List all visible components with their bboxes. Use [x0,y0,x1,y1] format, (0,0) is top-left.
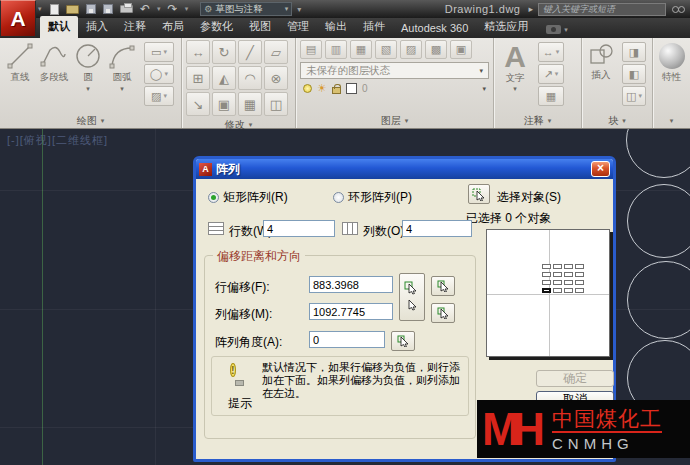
layer-tool-3[interactable]: ▦ [350,40,372,59]
block-attrib-tool[interactable]: ◧ [622,64,646,84]
media-button[interactable]: ▾ [546,25,568,38]
arc-tool[interactable]: 圆弧 ▾ [105,42,139,113]
block-edit-tool[interactable]: ◨ [622,42,646,62]
layer-state-caret-icon: ▾ [479,67,483,75]
layer-tool-4[interactable]: ▧ [375,40,397,59]
line-tool[interactable]: 直线 [3,42,37,113]
ok-button[interactable]: 确定 [536,370,614,387]
tab-annotate[interactable]: 注释 [116,16,154,38]
col-offset-input[interactable] [309,303,393,320]
layer-tool-6[interactable]: ▩ [425,40,447,59]
polar-array-radio[interactable]: 环形阵列(P) [333,189,412,206]
array-angle-input[interactable] [309,331,385,348]
panel-properties-footer[interactable]: ▾ [653,113,690,128]
block-define-tool[interactable]: ◫ ▾ [622,86,646,106]
rectangle-tool[interactable]: ▭ ▾ [144,42,174,62]
circle-tool[interactable]: 圆 ▾ [71,42,105,113]
polyline-tool[interactable]: 多段线 [37,42,71,113]
panel-block-footer[interactable]: 块 ▾ [582,113,652,128]
tab-insert[interactable]: 插入 [78,16,116,38]
tab-view[interactable]: 视图 [241,16,279,38]
rectangular-array-radio[interactable]: 矩形阵列(R) [208,189,288,206]
tab-parametric[interactable]: 参数化 [192,16,241,38]
ellipse-caret-icon: ▾ [164,70,168,78]
move-tool[interactable]: ↔ [186,40,210,64]
tab-plugins[interactable]: 插件 [355,16,393,38]
search-expand-icon[interactable]: ▸ [528,4,533,14]
plot-icon[interactable] [120,5,133,13]
copy-tool[interactable]: ⊞ [186,66,210,90]
layer-lock-icon [332,87,341,94]
offset-tool[interactable]: ◫ [264,92,288,116]
redo-icon[interactable]: ↷ [168,4,178,14]
dimension-tool[interactable]: ↔ ▾ [538,42,564,62]
viewport-controls[interactable]: [-][俯视][二维线框] [7,133,108,148]
fillet-tool[interactable]: ◠ [238,66,262,90]
tab-output[interactable]: 输出 [317,16,355,38]
titlebar-dropdown-icon[interactable]: ▾ [297,5,301,14]
trim-tool[interactable]: ╱ [238,40,262,64]
layer-properties-tool[interactable]: ▤ [300,40,322,59]
mirror-tool[interactable]: ◭ [212,66,236,90]
undo-icon[interactable]: ↶ [140,4,150,14]
app-menu-caret-icon[interactable]: ▾ [38,5,42,13]
tab-featured-apps[interactable]: 精选应用 [476,16,536,38]
arc-caret-icon[interactable]: ▾ [120,85,124,93]
panel-annotate-footer[interactable]: 注释 ▾ [494,113,581,128]
search-input[interactable] [538,3,666,16]
explode-tool[interactable]: ⊗ [264,66,288,90]
tab-manage[interactable]: 管理 [279,16,317,38]
preview-cell [575,288,584,293]
layer-dropdown[interactable]: ☀ 0 ▾ [300,79,489,98]
array-dialog-titlebar[interactable]: A 阵列 × [196,159,613,179]
text-tool[interactable]: A 文字 ▾ [497,42,533,113]
scale-tool[interactable]: ▣ [212,92,236,116]
save-as-icon[interactable] [103,4,113,14]
tab-autodesk360[interactable]: Autodesk 360 [393,19,476,38]
ellipse-tool[interactable]: ◯ ▾ [144,64,174,84]
panel-layers-footer[interactable]: 图层 ▾ [296,113,493,128]
pick-angle-button[interactable] [391,331,415,351]
undo-caret-icon[interactable]: ▾ [157,5,161,13]
watermark: MH 中国煤化工 CNMHG [477,400,690,458]
layer-tool-2[interactable]: ▥ [325,40,347,59]
rotate-tool[interactable]: ↻ [212,40,236,64]
properties-sphere-icon[interactable] [659,43,685,69]
insert-block-tool[interactable]: 插入 [585,42,617,113]
pick-row-offset-button[interactable] [431,276,455,296]
app-menu-button[interactable]: A [0,0,36,37]
rows-input[interactable] [263,220,335,237]
watermark-logo: MH [482,404,545,454]
layer-state-dropdown[interactable]: 未保存的图层状态 ▾ [300,62,489,79]
preview-cell [564,264,573,269]
new-file-icon[interactable] [50,4,59,15]
tab-home[interactable]: 默认 [40,16,78,38]
tab-layout[interactable]: 布局 [154,16,192,38]
table-tool[interactable]: ▦ [538,86,564,106]
watermark-divider [552,431,662,433]
radio-unselected-icon [333,192,344,203]
pick-both-offsets-button[interactable] [399,273,425,321]
workspace-selector[interactable]: ⚙ 草图与注释 ▾ [200,2,292,16]
redo-caret-icon[interactable]: ▾ [185,5,189,13]
dialog-close-button[interactable]: × [591,161,610,177]
hatch-tool[interactable]: ▨ ▾ [144,86,174,106]
stretch-tool[interactable]: ↘ [186,92,210,116]
pick-col-offset-button[interactable] [431,303,455,323]
layer-tool-5[interactable]: ▨ [400,40,422,59]
leader-tool[interactable]: ↗ ▾ [538,64,564,84]
block-define-caret-icon: ▾ [638,92,642,100]
circle-caret-icon[interactable]: ▾ [86,85,90,93]
layer-tool-7[interactable]: ▣ [450,40,472,59]
open-file-icon[interactable] [66,5,79,14]
leader-caret-icon: ▾ [555,70,559,78]
row-offset-input[interactable] [309,276,393,293]
columns-input[interactable] [402,220,472,237]
search-binoculars-icon[interactable] [672,6,685,13]
array-tool[interactable]: ▦ [238,92,262,116]
save-icon[interactable] [86,4,96,14]
panel-draw-footer[interactable]: 绘图 ▾ [0,113,181,128]
erase-tool[interactable]: ▱ [264,40,288,64]
select-objects-button[interactable] [468,184,490,204]
preview-cell [553,264,562,269]
